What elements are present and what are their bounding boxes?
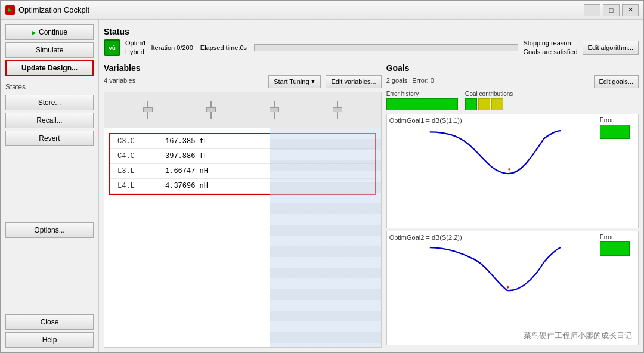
sidebar: ▶ Continue Simulate Update Design... Sta… (1, 20, 99, 352)
dropdown-arrow: ▼ (311, 79, 316, 85)
right-panel: Status vū Optim1 Hybrid Iteration 0/200 … (99, 20, 643, 352)
main-content: ▶ Continue Simulate Update Design... Sta… (1, 20, 643, 352)
optim-type: Hybrid (125, 48, 146, 57)
slider-4 (337, 101, 338, 119)
svg-text:✦: ✦ (507, 166, 512, 172)
edit-goals-button[interactable]: Edit goals... (594, 75, 639, 88)
status-fields: Iteration 0/200 Elapsed time:0s (151, 44, 518, 51)
variables-chart-area: C3.C167.385 fFC4.C397.886 fFL3.L1.66747 … (104, 92, 382, 348)
goal-contrib-bar-3 (491, 98, 503, 110)
slider-track-2 (210, 101, 212, 119)
close-button-sidebar[interactable]: Close (5, 314, 94, 330)
slider-handle-3[interactable] (270, 107, 279, 112)
play-icon: ▶ (32, 29, 36, 36)
help-button[interactable]: Help (5, 332, 94, 348)
goal-contrib-bar-2 (478, 98, 490, 110)
svg-rect-2 (426, 242, 561, 296)
var-name: C4.C (110, 148, 158, 163)
goal2-chart: ✦ (389, 242, 597, 296)
status-row: vū Optim1 Hybrid Iteration 0/200 Elapsed… (104, 39, 639, 57)
goal-contributions-label: Goal contributions (465, 91, 513, 97)
minimize-button[interactable]: — (584, 4, 600, 16)
iteration-field: Iteration 0/200 (151, 44, 193, 51)
goal-contrib-bar-1 (465, 98, 477, 110)
optim-name: Optim1 (125, 39, 146, 48)
variables-header: Variables (104, 63, 382, 73)
var-name: L4.L (110, 178, 158, 193)
goal-contrib-block: Goal contributions (465, 91, 513, 110)
status-header: Status (104, 27, 639, 36)
update-design-button[interactable]: Update Design... (5, 60, 94, 76)
main-window: Optimization Cockpit — □ ✕ ▶ Continue Si… (0, 0, 644, 353)
goal1-title: OptimGoal1 = dB(S(1,1)) (389, 117, 597, 124)
slider-handle-2[interactable] (206, 107, 216, 112)
goal2-panel: OptimGoal2 = dB(S(2,2)) ✦ Error (386, 231, 639, 345)
status-icon: vū (104, 39, 120, 56)
window-title: Optimization Cockpit (18, 5, 89, 14)
stopping-section: Stopping reason: Goals are satisfied (523, 39, 577, 57)
edit-algorithm-button[interactable]: Edit algorithm... (583, 41, 639, 55)
goal-contrib-bars (465, 98, 513, 110)
goals-count: 2 goals (386, 77, 407, 84)
maximize-button[interactable]: □ (603, 4, 620, 16)
continue-button[interactable]: ▶ Continue (5, 24, 94, 40)
simulate-button[interactable]: Simulate (5, 42, 94, 58)
close-button[interactable]: ✕ (622, 4, 639, 16)
states-label: States (5, 83, 94, 91)
goal2-title: OptimGoal2 = dB(S(2,2)) (389, 234, 597, 241)
goal1-error-bar (600, 125, 630, 139)
slider-track-4 (337, 101, 338, 119)
goal2-error-bar (600, 241, 630, 256)
slider-track-1 (147, 101, 148, 119)
title-bar: Optimization Cockpit — □ ✕ (1, 1, 643, 20)
sliders-area (104, 92, 381, 128)
vars-goals-row: Variables 4 variables Start Tuning ▼ Edi… (104, 63, 639, 348)
chart-background (270, 128, 380, 347)
goals-header: Goals (386, 63, 639, 73)
goal1-chart: ✦ (389, 125, 597, 179)
continue-label: Continue (39, 28, 67, 36)
slider-1 (147, 101, 148, 119)
slider-3 (274, 101, 275, 119)
status-optim: Optim1 Hybrid (125, 39, 146, 57)
title-controls: — □ ✕ (584, 4, 639, 16)
goal1-error-box: Error (600, 117, 636, 225)
variables-count: 4 variables (104, 77, 135, 84)
goal1-panel: OptimGoal1 = dB(S(1,1)) ✦ Error (386, 114, 639, 228)
slider-handle-1[interactable] (143, 107, 153, 112)
slider-2 (210, 101, 212, 119)
error-history-section: Error history Goal contributions (386, 91, 639, 110)
variables-section: Variables 4 variables Start Tuning ▼ Edi… (104, 63, 382, 348)
edit-variables-button[interactable]: Edit variables... (326, 75, 381, 88)
progress-bar (254, 44, 518, 51)
variables-toolbar: 4 variables Start Tuning ▼ Edit variable… (104, 75, 382, 88)
error-history-block: Error history (386, 91, 458, 110)
goals-toolbar: 2 goals Error: 0 Edit goals... (386, 75, 639, 88)
revert-button[interactable]: Revert (5, 131, 94, 146)
stopping-value: Goals are satisfied (523, 48, 577, 57)
svg-text:✦: ✦ (506, 284, 510, 290)
error-history-bar (386, 98, 458, 110)
elapsed-field: Elapsed time:0s (200, 44, 247, 51)
store-button[interactable]: Store... (5, 95, 94, 110)
start-tuning-button[interactable]: Start Tuning ▼ (268, 75, 321, 88)
goal2-error-label: Error (600, 234, 613, 240)
slider-handle-4[interactable] (333, 107, 342, 112)
goals-section: Goals 2 goals Error: 0 Edit goals... (386, 63, 639, 348)
title-bar-left: Optimization Cockpit (5, 5, 89, 15)
options-button[interactable]: Options... (5, 222, 94, 238)
var-name: C3.C (110, 134, 158, 149)
goal2-error-box: Error (600, 234, 636, 342)
start-tuning-label: Start Tuning (274, 78, 309, 85)
stopping-label: Stopping reason: (523, 39, 577, 48)
var-name: L3.L (110, 163, 158, 178)
goal1-error-label: Error (600, 117, 613, 123)
status-section: Status vū Optim1 Hybrid Iteration 0/200 … (104, 24, 639, 60)
goals-error-label: Error: 0 (412, 77, 434, 84)
recall-button[interactable]: Recall... (5, 113, 94, 128)
error-history-label: Error history (386, 91, 458, 97)
app-icon (5, 5, 15, 15)
slider-track-3 (274, 101, 275, 119)
